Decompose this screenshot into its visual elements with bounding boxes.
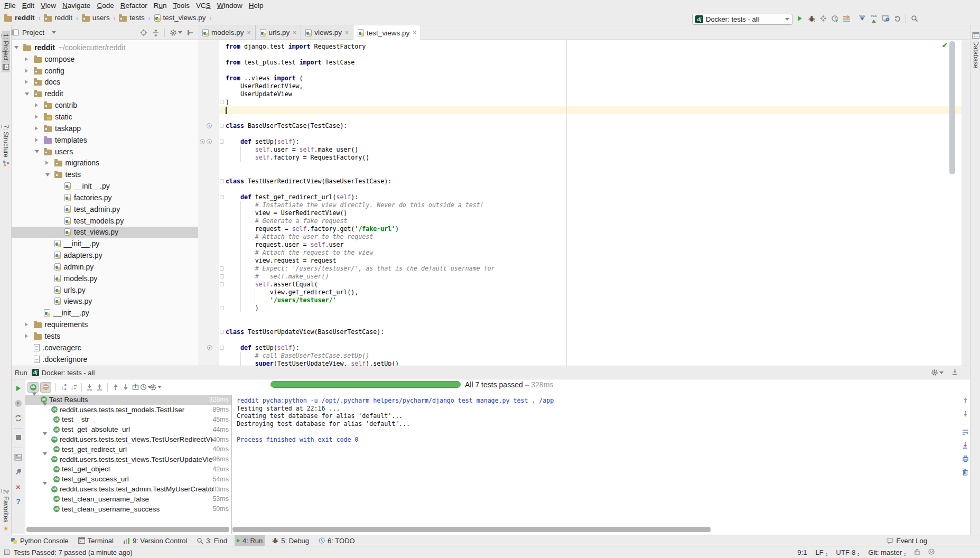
soft-wrap-icon[interactable] [959, 426, 971, 438]
profiler-button[interactable] [829, 13, 841, 24]
scroll-down-icon[interactable] [959, 408, 971, 420]
tree-horizontal-scrollbar[interactable] [26, 527, 229, 532]
editor[interactable]: from django.test import RequestFactory f… [198, 40, 962, 366]
test-result-row[interactable]: oktest_get_redirect_url40ms [25, 444, 231, 454]
tree-item-factories.py[interactable]: factories.py [12, 192, 198, 203]
project-panel-title[interactable]: Project [22, 29, 44, 36]
expand-arrow-icon[interactable] [35, 103, 38, 107]
test-result-row[interactable]: okreddit.users.tests.test_views.TestUser… [25, 454, 231, 464]
menu-item-view[interactable]: View [38, 2, 59, 10]
tree-item-contrib[interactable]: contrib [12, 99, 198, 111]
vcs-update-button[interactable]: VCS [856, 13, 868, 24]
fold-marker[interactable] [220, 346, 224, 350]
collapse-arrow-icon[interactable] [43, 432, 47, 443]
run-config-select[interactable]: dj Docker: tests - all [692, 14, 792, 25]
tree-item-models.py[interactable]: models.py [12, 273, 198, 284]
fold-marker[interactable] [220, 124, 224, 128]
test-result-row[interactable]: oktest__str__45ms [25, 415, 231, 425]
tree-item-docs[interactable]: docs [12, 77, 198, 88]
collapse-arrow-icon[interactable] [35, 150, 39, 153]
expand-arrow-icon[interactable] [25, 69, 28, 73]
stripe-tab-favorites[interactable]: 2: Favorites ★ [2, 486, 10, 534]
pin-icon[interactable] [13, 466, 24, 478]
close-tab-icon[interactable]: × [293, 29, 296, 36]
expand-arrow-icon[interactable] [35, 126, 38, 131]
menu-item-code[interactable]: Code [94, 2, 117, 10]
inspection-ok-icon[interactable]: ✔ [942, 41, 948, 49]
debug-button[interactable] [806, 13, 817, 24]
overrides-method-icon[interactable] [207, 345, 212, 350]
scroll-up-icon[interactable] [959, 395, 971, 406]
tree-item-views.py[interactable]: views.py [12, 296, 198, 308]
show-passed-toggle[interactable]: ok [27, 382, 39, 393]
test-result-row[interactable]: okreddit.users.tests.test_views.TestUser… [25, 434, 231, 444]
fold-marker[interactable] [220, 282, 224, 286]
breadcrumb-item[interactable]: reddit [4, 14, 35, 22]
tree-item-adapters.py[interactable]: adapters.py [12, 249, 198, 261]
menu-item-file[interactable]: File [1, 2, 19, 10]
tree-item-static[interactable]: static [12, 111, 198, 123]
collapse-arrow-icon[interactable] [43, 452, 47, 463]
tree-item-templates[interactable]: templates [12, 134, 198, 146]
overrides-method-icon[interactable] [200, 139, 205, 144]
toolwindow-button-5-debug[interactable]: 5: Debug [270, 535, 311, 546]
tree-item-test_models.py[interactable]: test_models.py [12, 215, 198, 227]
fold-marker[interactable] [220, 274, 224, 278]
toolwindow-button-python-console[interactable]: Python Console [8, 535, 71, 546]
toolwindow-button-4-run[interactable]: 4: Run [235, 535, 265, 546]
stop-button[interactable] [13, 432, 24, 443]
show-console-icon[interactable] [13, 451, 24, 463]
tree-item-migrations[interactable]: migrations [12, 157, 198, 169]
rerun-button[interactable] [13, 383, 24, 394]
next-icon[interactable] [120, 382, 130, 393]
breadcrumb-item[interactable]: tests [119, 14, 145, 22]
method-overridden-icon[interactable] [207, 139, 212, 144]
run-settings-icon[interactable] [931, 369, 944, 376]
collapse-all-icon[interactable] [152, 29, 160, 36]
console-horizontal-scrollbar[interactable] [232, 527, 711, 532]
test-result-row[interactable]: oktest_clean_username_success50ms [25, 504, 231, 514]
status-square-icon[interactable] [4, 550, 10, 555]
fold-marker[interactable] [220, 100, 224, 104]
fold-marker[interactable] [220, 195, 224, 199]
test-result-row[interactable]: oktest_get_success_url54ms [25, 474, 231, 484]
event-log-button[interactable]: Event Log [886, 535, 927, 546]
expand-arrow-icon[interactable] [35, 138, 38, 142]
tree-item-taskapp[interactable]: taskapp [12, 123, 198, 134]
code-area[interactable]: from django.test import RequestFactory f… [226, 43, 495, 366]
tree-item-users[interactable]: users [12, 146, 198, 157]
close-icon[interactable]: × [13, 481, 24, 492]
sort-by-duration-icon[interactable]: ↓ [69, 382, 79, 393]
expand-arrow-icon[interactable] [25, 334, 28, 338]
stripe-tab-project[interactable]: 1: Project [2, 31, 10, 72]
menu-item-window[interactable]: Window [214, 2, 246, 10]
close-tab-icon[interactable]: × [345, 29, 349, 36]
collapse-arrow-icon[interactable] [43, 403, 47, 414]
search-everywhere-button[interactable] [909, 13, 920, 24]
expand-arrow-icon[interactable] [25, 322, 28, 327]
menu-item-run[interactable]: Run [151, 2, 170, 10]
tree-item-test_views.py[interactable]: test_views.py [12, 227, 198, 238]
toolwindow-button-3-find[interactable]: 3: Find [194, 535, 229, 546]
undo-button[interactable] [891, 13, 903, 24]
toggle-auto-test-icon[interactable] [13, 412, 24, 424]
tree-item-urls.py[interactable]: urls.py [12, 284, 198, 296]
breadcrumb-item[interactable]: reddit [44, 14, 72, 22]
test-result-row[interactable]: okTest Results328ms [25, 395, 231, 405]
tree-item-requirements[interactable]: requirements [12, 319, 198, 330]
tree-item-reddit[interactable]: reddit~/cookiecutter/reddit [12, 42, 198, 53]
breadcrumb-item[interactable]: users [82, 14, 110, 22]
stripe-tab-database[interactable]: Database [972, 30, 980, 70]
close-tab-icon[interactable]: × [413, 29, 416, 36]
tree-item-__init__.py[interactable]: __init__.py [12, 180, 198, 192]
expand-all-icon[interactable] [85, 382, 95, 393]
tree-item-compose[interactable]: compose [12, 53, 198, 65]
git-branch-selector[interactable]: Git: master [868, 548, 906, 556]
sort-alphabetically-icon[interactable]: ↓az [59, 382, 69, 393]
close-tab-icon[interactable]: × [247, 29, 251, 36]
expand-arrow-icon[interactable] [35, 115, 38, 119]
scroll-to-end-icon[interactable] [959, 440, 971, 451]
expand-arrow-icon[interactable] [45, 161, 49, 165]
caret-position[interactable]: 9:1 [797, 548, 807, 556]
encoding-selector[interactable]: UTF-8 [836, 548, 860, 556]
